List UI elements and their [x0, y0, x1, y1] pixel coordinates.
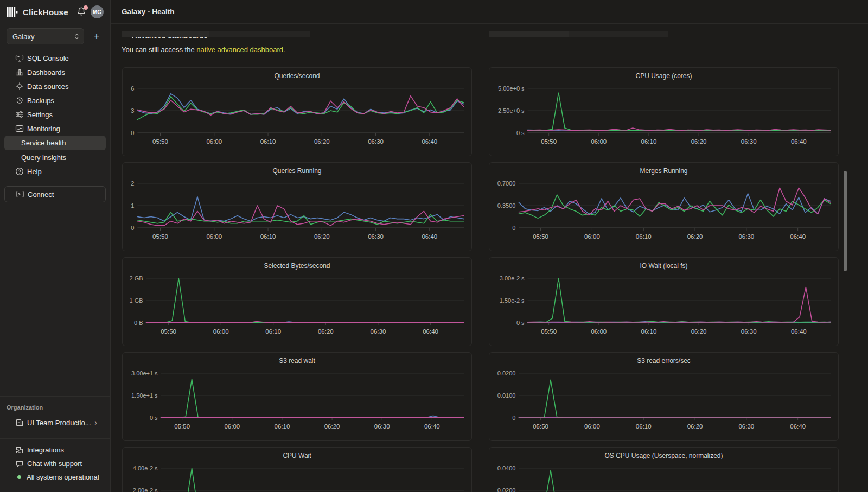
sidebar-item-sql-console[interactable]: SQL Console	[0, 51, 110, 65]
backups-icon	[15, 96, 24, 105]
svg-text:06:40: 06:40	[791, 138, 807, 145]
sidebar-item-all-systems-operational[interactable]: All systems operational	[0, 470, 110, 484]
chart-plot[interactable]: 0.70000.3500005:5006:0006:1006:2006:3006…	[494, 177, 835, 248]
svg-text:0.0200: 0.0200	[497, 487, 516, 492]
svg-text:06:30: 06:30	[368, 138, 384, 145]
sidebar-item-monitoring[interactable]: Monitoring	[0, 122, 110, 136]
svg-text:6: 6	[131, 85, 134, 92]
chart-card: CPU Usage (cores)5.00e+0 s2.50e+0 s0 s05…	[489, 67, 839, 156]
sidebar-item-query-insights[interactable]: Query insights	[0, 150, 110, 164]
chart-plot[interactable]: 21005:5006:0006:1006:2006:3006:40	[127, 177, 468, 248]
svg-text:0: 0	[512, 414, 515, 421]
svg-text:06:10: 06:10	[265, 328, 281, 335]
sidebar-item-data-sources[interactable]: Data sources	[0, 79, 110, 93]
organization-name: UI Team Productio...	[27, 419, 91, 427]
svg-text:06:20: 06:20	[314, 233, 330, 240]
chart-plot[interactable]: 3.00e-2 s1.50e-2 s0 s05:5006:0006:1006:2…	[494, 272, 835, 343]
charts-grid: Queries/second63005:5006:0006:1006:2006:…	[122, 67, 868, 492]
svg-text:05:50: 05:50	[541, 138, 557, 145]
svg-text:0: 0	[131, 225, 134, 231]
chat-icon	[15, 459, 24, 468]
svg-text:0 s: 0 s	[150, 414, 158, 421]
sidebar-item-backups[interactable]: Backups	[0, 93, 110, 107]
svg-text:0 s: 0 s	[516, 320, 525, 326]
svg-text:0.0200: 0.0200	[497, 370, 516, 376]
connect-button[interactable]: Connect	[4, 186, 106, 202]
svg-text:0 s: 0 s	[516, 130, 525, 136]
clipped-card-top	[209, 31, 310, 37]
svg-text:0.0400: 0.0400	[497, 465, 516, 471]
chart-card: Queries/second63005:5006:0006:1006:2006:…	[122, 67, 472, 156]
clipped-card-top	[569, 31, 668, 37]
connect-label: Connect	[28, 190, 54, 199]
svg-text:06:00: 06:00	[584, 423, 600, 430]
brand-name: ClickHouse	[23, 8, 68, 17]
chart-title: OS CPU Usage (Userspace, normalized)	[489, 452, 838, 459]
svg-text:0.3500: 0.3500	[497, 202, 516, 209]
organization-switcher[interactable]: UI Team Productio... ›	[0, 416, 110, 429]
svg-text:2.00e-2 s: 2.00e-2 s	[133, 487, 158, 492]
svg-text:06:20: 06:20	[687, 423, 703, 430]
main-area: Galaxy - Health Advanced dashboards You …	[111, 0, 868, 492]
service-selector[interactable]: Galaxy	[7, 28, 84, 44]
native-dashboard-notice: You can still access the native advanced…	[122, 46, 868, 54]
svg-text:06:30: 06:30	[741, 138, 757, 145]
svg-text:06:10: 06:10	[275, 423, 290, 430]
sidebar-item-label: Chat with support	[27, 459, 82, 468]
svg-text:2: 2	[131, 180, 134, 187]
svg-text:05:50: 05:50	[152, 233, 168, 240]
svg-text:06:40: 06:40	[422, 138, 437, 145]
chart-plot[interactable]: 5.00e+0 s2.50e+0 s0 s05:5006:0006:1006:2…	[494, 82, 835, 154]
sidebar-item-label: Dashboards	[27, 68, 65, 76]
svg-text:1: 1	[131, 202, 134, 209]
chart-plot[interactable]: 63005:5006:0006:1006:2006:3006:40	[127, 82, 468, 154]
svg-text:06:30: 06:30	[368, 233, 384, 240]
chart-card: CPU Wait4.00e-2 s2.00e-2 s0 s05:5006:000…	[122, 447, 472, 492]
chart-plot[interactable]: 4.00e-2 s2.00e-2 s0 s05:5006:0006:1006:2…	[127, 462, 468, 492]
svg-text:06:30: 06:30	[374, 423, 390, 430]
svg-text:06:30: 06:30	[738, 423, 754, 430]
svg-text:06:10: 06:10	[260, 138, 276, 145]
svg-text:06:00: 06:00	[584, 233, 600, 240]
svg-text:06:00: 06:00	[224, 423, 240, 430]
sidebar-item-integrations[interactable]: Integrations	[0, 443, 110, 457]
sidebar-item-help[interactable]: Help	[0, 164, 110, 178]
svg-text:06:30: 06:30	[738, 233, 754, 240]
vertical-scrollbar[interactable]	[844, 171, 847, 271]
add-service-button[interactable]: +	[90, 29, 104, 43]
chart-plot[interactable]: 0.04000.0200005:5006:0006:1006:2006:3006…	[494, 462, 835, 492]
svg-text:0.0100: 0.0100	[497, 392, 516, 399]
sidebar: ClickHouse MG Galaxy + SQL ConsoleDashbo…	[0, 0, 111, 492]
chart-plot[interactable]: 3.00e+1 s1.50e+1 s0 s05:5006:0006:1006:2…	[127, 367, 468, 438]
chart-card: S3 read wait3.00e+1 s1.50e+1 s0 s05:5006…	[122, 352, 472, 441]
chart-title: CPU Usage (cores)	[489, 72, 838, 80]
sidebar-item-service-health[interactable]: Service health	[4, 136, 106, 150]
svg-text:05:50: 05:50	[533, 423, 548, 430]
chart-card: IO Wait (local fs)3.00e-2 s1.50e-2 s0 s0…	[489, 257, 839, 346]
svg-text:06:20: 06:20	[324, 423, 340, 430]
notifications-bell-icon[interactable]	[76, 7, 87, 17]
svg-text:0 B: 0 B	[134, 320, 143, 326]
svg-text:06:00: 06:00	[591, 138, 607, 145]
svg-text:06:10: 06:10	[260, 233, 276, 240]
svg-text:06:00: 06:00	[206, 138, 222, 145]
svg-text:06:40: 06:40	[424, 423, 440, 430]
sidebar-item-label: Data sources	[27, 82, 69, 91]
sidebar-item-label: SQL Console	[27, 54, 69, 62]
avatar[interactable]: MG	[91, 5, 104, 18]
chart-title: S3 read errors/sec	[489, 357, 838, 365]
svg-text:06:00: 06:00	[591, 328, 607, 335]
svg-text:06:40: 06:40	[423, 328, 438, 335]
svg-text:0: 0	[131, 130, 134, 136]
native-advanced-dashboard-link[interactable]: native advanced dashboard.	[196, 46, 285, 54]
sidebar-item-settings[interactable]: Settings	[0, 107, 110, 122]
sidebar-item-chat-with-support[interactable]: Chat with support	[0, 457, 110, 470]
sidebar-item-label: Settings	[27, 111, 53, 119]
chart-card: OS CPU Usage (Userspace, normalized)0.04…	[489, 447, 839, 492]
sidebar-item-label: Monitoring	[27, 125, 60, 133]
organization-icon	[15, 418, 24, 427]
chart-plot[interactable]: 0.02000.0100005:5006:0006:1006:2006:3006…	[494, 367, 835, 438]
chart-plot[interactable]: 2 GB1 GB0 B05:5006:0006:1006:2006:3006:4…	[127, 272, 468, 343]
chart-title: CPU Wait	[123, 452, 471, 459]
sidebar-item-dashboards[interactable]: Dashboards	[0, 65, 110, 79]
